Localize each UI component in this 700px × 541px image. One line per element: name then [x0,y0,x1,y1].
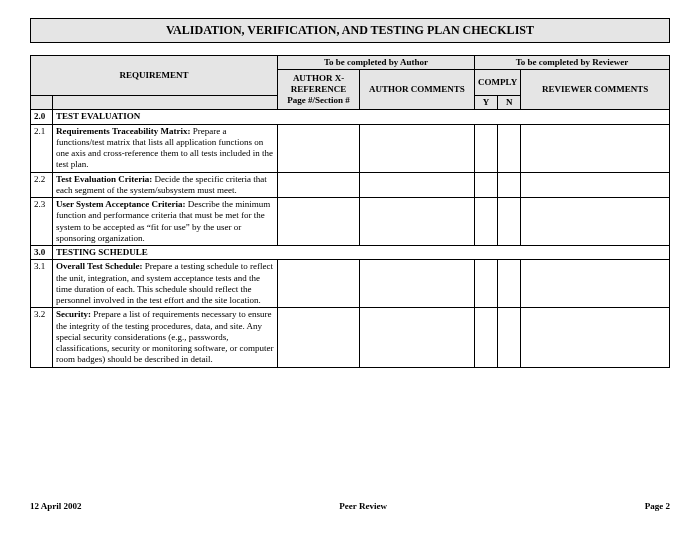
section-num: 3.0 [31,246,53,260]
row-num: 2.2 [31,172,53,198]
hdr-requirement: REQUIREMENT [31,56,278,96]
row-num: 3.2 [31,308,53,367]
footer: 12 April 2002 Peer Review Page 2 [30,501,670,511]
hdr-reviewer-comments: REVIEWER COMMENTS [521,70,670,110]
row-xref [278,124,360,172]
footer-date: 12 April 2002 [30,501,82,511]
section-num: 2.0 [31,110,53,124]
row-comply-y [475,124,498,172]
table-row: 2.2 Test Evaluation Criteria: Decide the… [31,172,670,198]
row-num: 3.1 [31,260,53,308]
row-reviewer-comments [521,124,670,172]
hdr-xref: AUTHOR X-REFERENCE Page #/Section # [278,70,360,110]
row-requirement: Overall Test Schedule: Prepare a testing… [53,260,278,308]
row-requirement: User System Acceptance Criteria: Describ… [53,198,278,246]
row-num: 2.1 [31,124,53,172]
table-row: 3.2 Security: Prepare a list of requirem… [31,308,670,367]
table-row: 2.1 Requirements Traceability Matrix: Pr… [31,124,670,172]
hdr-comply: COMPLY [475,70,521,96]
section-label: TESTING SCHEDULE [53,246,670,260]
section-label: TEST EVALUATION [53,110,670,124]
hdr-author-comments: AUTHOR COMMENTS [360,70,475,110]
row-requirement: Security: Prepare a list of requirements… [53,308,278,367]
footer-page: Page 2 [645,501,670,511]
hdr-comply-n: N [498,96,521,110]
footer-center: Peer Review [339,501,387,511]
table-row: 3.1 Overall Test Schedule: Prepare a tes… [31,260,670,308]
hdr-reviewer-group: To be completed by Reviewer [475,56,670,70]
row-requirement: Requirements Traceability Matrix: Prepar… [53,124,278,172]
row-requirement: Test Evaluation Criteria: Decide the spe… [53,172,278,198]
hdr-comply-y: Y [475,96,498,110]
row-num: 2.3 [31,198,53,246]
section-row: 3.0 TESTING SCHEDULE [31,246,670,260]
table-row: 2.3 User System Acceptance Criteria: Des… [31,198,670,246]
section-row: 2.0 TEST EVALUATION [31,110,670,124]
row-author-comments [360,124,475,172]
row-comply-n [498,124,521,172]
hdr-author-group: To be completed by Author [278,56,475,70]
checklist-table: REQUIREMENT To be completed by Author To… [30,55,670,368]
page-title: VALIDATION, VERIFICATION, AND TESTING PL… [30,18,670,43]
